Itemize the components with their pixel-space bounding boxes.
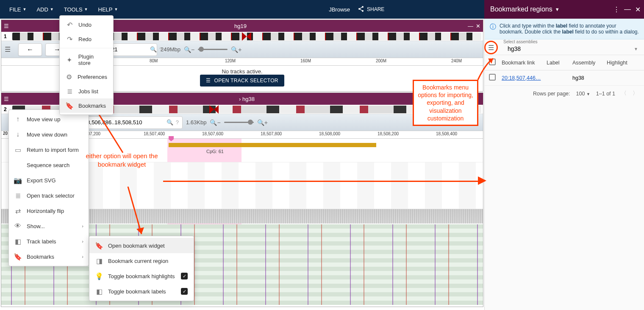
chevron-right-icon: ›: [82, 254, 83, 259]
annotation-arrow: [124, 187, 149, 240]
nav-back-button[interactable]: ←: [18, 43, 42, 56]
arrowhead-icon: [478, 176, 488, 186]
page-range: 1–1 of 1: [596, 91, 615, 97]
sub-open-bookmark-widget[interactable]: 🔖Open bookmark widget: [89, 238, 194, 253]
centromere-icon: [242, 32, 251, 41]
caret-down-icon: ▼: [84, 7, 88, 11]
view-context-menu: ↑Move view up ↓Move view down ▭Return to…: [8, 109, 89, 266]
ctx-open-track-selector[interactable]: ≣Open track selector: [9, 188, 89, 203]
chevron-right-icon: ›: [82, 239, 83, 244]
rows-per-page-select[interactable]: 100 ▼: [576, 91, 590, 97]
camera-icon: 📷: [14, 176, 22, 184]
list-icon: ☰: [206, 78, 211, 84]
zoom-out-icon[interactable]: 🔍−: [184, 46, 194, 53]
bulb-icon: 💡: [95, 272, 103, 280]
list-icon: ≣: [14, 192, 22, 199]
sub-toggle-labels[interactable]: ◧Toggle bookmark labels✓: [89, 284, 194, 299]
bookmarks-menu-button[interactable]: ☰: [484, 41, 498, 54]
info-banner: ⓘ Click and type within the label field …: [485, 19, 644, 39]
ctx-sequence-search[interactable]: Sequence search: [9, 157, 89, 173]
help-icon[interactable]: ?: [176, 119, 179, 126]
zoom-slider[interactable]: [224, 122, 254, 123]
search-icon[interactable]: 🔍: [167, 119, 173, 126]
tools-jobs-list[interactable]: ≣Jobs list: [60, 84, 113, 98]
tools-plugin-store[interactable]: ✦Plugin store: [60, 50, 113, 70]
app-title: JBrowse: [329, 6, 350, 13]
side-panel-header: Bookmarked regions ▼ ⋮ — ✕: [484, 0, 644, 19]
checkbox-checked-icon: ✓: [181, 288, 188, 295]
annotation-either-option: either option will open the bookmark wid…: [83, 152, 161, 168]
bookmarks-table-header: Bookmark link Label Assembly Highlight: [485, 55, 644, 70]
bookmark-icon: 🔖: [14, 253, 22, 260]
ctx-export-svg[interactable]: 📷Export SVG: [9, 173, 89, 188]
minimize-icon[interactable]: —: [624, 6, 631, 14]
page-next-button[interactable]: 〉: [633, 90, 638, 97]
hamburger-icon[interactable]: ☰: [5, 46, 11, 53]
puzzle-icon: ✦: [66, 56, 73, 64]
ctx-return-import[interactable]: ▭Return to import form: [9, 142, 89, 157]
tag-icon: ◧: [95, 288, 103, 295]
view-index: 1: [4, 34, 11, 39]
ctx-bookmarks[interactable]: 🔖Bookmarks›: [9, 249, 89, 264]
ctx-move-down[interactable]: ↓Move view down: [9, 127, 89, 142]
bookmarks-submenu: 🔖Open bookmark widget ◨Bookmark current …: [89, 236, 194, 301]
share-button[interactable]: SHARE: [353, 4, 389, 15]
flip-icon: ⇄: [14, 207, 22, 215]
kebab-icon[interactable]: ⋮: [613, 6, 620, 14]
caret-down-icon: ▼: [22, 7, 26, 11]
chevron-right-icon: ›: [82, 223, 83, 229]
region-size: 249Mbp: [161, 46, 180, 53]
bookmark-row: 20:18,507,446… hg38: [485, 70, 644, 86]
tools-preferences[interactable]: ⚙Preferences: [60, 70, 113, 84]
centromere-icon: [209, 105, 219, 114]
zoom-slider[interactable]: [198, 49, 228, 50]
search-icon[interactable]: 🔍: [150, 46, 157, 53]
menu-add[interactable]: ADD▼: [31, 3, 58, 16]
zoom-out-icon[interactable]: 🔍−: [210, 119, 220, 126]
zoom-in-icon[interactable]: 🔍+: [231, 46, 242, 53]
gear-icon: ⚙: [66, 73, 72, 81]
menu-file[interactable]: FILE▼: [4, 3, 31, 16]
minimize-icon[interactable]: —: [468, 23, 473, 29]
annotation-callout: Bookmarks menu options for importing, ex…: [413, 80, 478, 126]
hamburger-icon: ☰: [488, 44, 494, 52]
side-panel-title: Bookmarked regions: [490, 6, 552, 13]
undo-icon: ↶: [66, 21, 73, 28]
sub-bookmark-current[interactable]: ◨Bookmark current region: [89, 253, 194, 268]
region-size: 1.63Kbp: [186, 119, 206, 126]
svg-marker-6: [136, 227, 144, 234]
menu-help[interactable]: HELP▼: [93, 3, 123, 16]
caret-down-icon: ▼: [586, 92, 590, 96]
menu-tools[interactable]: TOOLS▼: [59, 3, 93, 16]
svg-marker-7: [478, 176, 486, 185]
hamburger-icon[interactable]: ☰: [4, 23, 9, 29]
tools-redo[interactable]: ↷Redo: [60, 32, 113, 46]
close-icon[interactable]: ✕: [635, 6, 641, 14]
paginator: Rows per page: 100 ▼ 1–1 of 1 〈 〉: [485, 86, 644, 101]
caret-down-icon: ▼: [50, 7, 54, 11]
cpg-feature[interactable]: [169, 143, 376, 147]
assemblies-label: Select assemblies: [503, 39, 538, 44]
caret-down-icon[interactable]: ▼: [555, 7, 560, 12]
redo-icon: ↷: [66, 35, 73, 43]
annotation-arrow: [477, 55, 498, 81]
sub-toggle-highlights[interactable]: 💡Toggle bookmark highlights✓: [89, 268, 194, 284]
annotation-arrow-horizontal: [163, 181, 483, 182]
folder-icon: ▭: [14, 146, 22, 154]
page-prev-button[interactable]: 〈: [621, 90, 627, 97]
tools-undo[interactable]: ↶Undo: [60, 17, 113, 32]
bookmarks-side-panel: ⓘ Click and type within the label field …: [484, 19, 644, 310]
ctx-horizontally-flip[interactable]: ⇄Horizontally flip: [9, 203, 89, 218]
ctx-show[interactable]: 👁Show...›: [9, 218, 89, 234]
tag-icon: ◧: [14, 237, 22, 245]
checkbox-checked-icon: ✓: [181, 273, 188, 279]
tools-bookmarks[interactable]: 🔖Bookmarks: [60, 98, 113, 113]
caret-down-icon: ▼: [634, 47, 638, 51]
svg-line-5: [128, 187, 142, 234]
ctx-track-labels[interactable]: ◧Track labels›: [9, 234, 89, 249]
bookmark-link[interactable]: 20:18,507,446…: [502, 75, 541, 81]
hamburger-icon[interactable]: ☰: [4, 96, 9, 102]
close-icon[interactable]: ✕: [476, 23, 480, 29]
zoom-in-icon[interactable]: 🔍+: [257, 119, 268, 126]
open-track-selector-button[interactable]: ☰ OPEN TRACK SELECTOR: [200, 75, 284, 87]
